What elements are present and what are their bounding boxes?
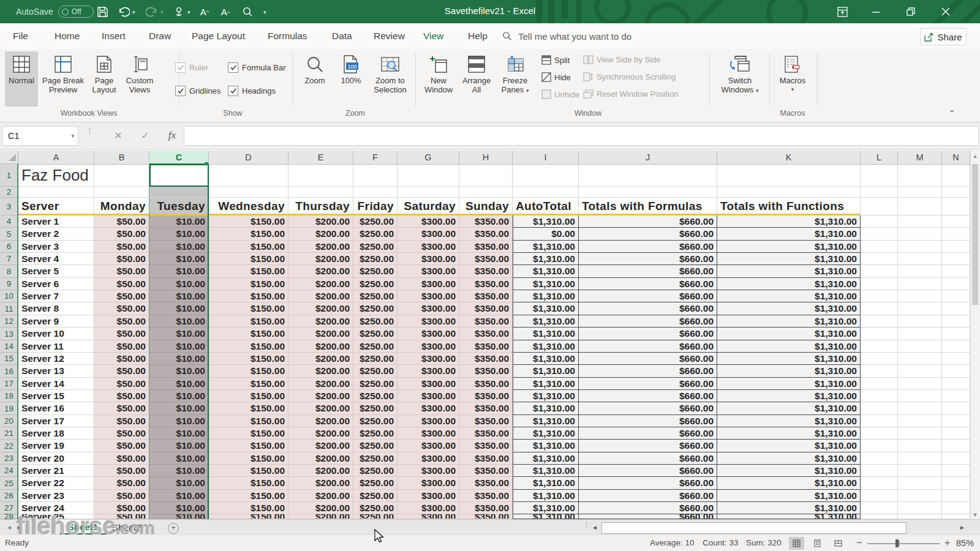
tab-file[interactable]: File — [11, 23, 30, 49]
cell[interactable]: $50.00 — [94, 477, 149, 490]
cell[interactable] — [898, 465, 942, 477]
cell[interactable] — [861, 365, 898, 378]
tell-me-box[interactable]: Tell me what you want to do — [502, 30, 631, 42]
cell[interactable]: $150.00 — [209, 353, 288, 365]
cell[interactable]: $1,310.00 — [717, 402, 861, 415]
cell[interactable]: $10.00 — [149, 241, 209, 253]
cell[interactable]: $300.00 — [398, 440, 459, 452]
cell[interactable]: $660.00 — [579, 302, 717, 315]
cell[interactable] — [942, 265, 970, 278]
cell[interactable]: $50.00 — [94, 290, 149, 302]
ribbon-display-options-icon[interactable] — [828, 0, 856, 23]
cell[interactable]: $10.00 — [149, 265, 209, 278]
cell[interactable] — [898, 340, 942, 353]
cell[interactable] — [898, 265, 942, 278]
cell[interactable] — [942, 315, 970, 328]
cell[interactable]: $250.00 — [353, 390, 398, 402]
formula-input[interactable] — [184, 126, 979, 146]
cell[interactable] — [861, 477, 898, 490]
cell[interactable]: Server 11 — [18, 340, 94, 353]
cell[interactable]: $1,310.00 — [717, 502, 861, 514]
cell[interactable]: $1,310.00 — [513, 278, 579, 290]
cell[interactable]: $10.00 — [149, 415, 209, 427]
cell[interactable]: $10.00 — [149, 216, 209, 228]
cell[interactable]: $660.00 — [579, 427, 717, 440]
row-header-2[interactable]: 2 — [0, 187, 18, 198]
cell[interactable]: $50.00 — [94, 353, 149, 365]
cell[interactable]: Server 3 — [18, 241, 94, 253]
cell[interactable] — [942, 216, 970, 228]
page-layout-button[interactable]: PageLayout — [88, 51, 120, 107]
gridlines-checkbox[interactable]: Gridlines — [175, 86, 221, 96]
cell[interactable]: $660.00 — [579, 216, 717, 228]
cell[interactable] — [942, 427, 970, 440]
cell[interactable]: $660.00 — [579, 378, 717, 390]
cell[interactable] — [579, 164, 717, 187]
cell[interactable]: $1,310.00 — [513, 465, 579, 477]
cell[interactable]: $1,310.00 — [717, 216, 861, 228]
cell[interactable]: $660.00 — [579, 465, 717, 477]
cell[interactable] — [861, 290, 898, 302]
cell[interactable] — [398, 164, 459, 187]
cell[interactable]: $350.00 — [459, 440, 513, 452]
column-header-M[interactable]: M — [898, 151, 942, 165]
cell[interactable]: Server 7 — [18, 290, 94, 302]
zoom-percentage[interactable]: 85% — [956, 538, 974, 548]
cell[interactable]: $150.00 — [209, 302, 288, 315]
cell[interactable]: $300.00 — [398, 228, 459, 241]
cell[interactable]: $250.00 — [353, 465, 398, 477]
row-header-15[interactable]: 15 — [0, 353, 18, 365]
cell[interactable] — [459, 187, 513, 198]
row-header-16[interactable]: 16 — [0, 365, 18, 378]
cell[interactable] — [459, 164, 513, 187]
cell[interactable] — [942, 390, 970, 402]
cell[interactable] — [942, 187, 970, 198]
page-break-statusbutton[interactable] — [831, 537, 846, 550]
cell[interactable]: $1,310.00 — [513, 477, 579, 490]
view-side-by-side-button[interactable]: View Side by Side — [583, 55, 661, 64]
cell[interactable]: $250.00 — [353, 290, 398, 302]
cell[interactable]: $300.00 — [398, 353, 459, 365]
cell[interactable]: $1,310.00 — [717, 378, 861, 390]
row-header-6[interactable]: 6 — [0, 241, 18, 253]
cell[interactable] — [898, 187, 942, 198]
cell[interactable]: Server 2 — [18, 228, 94, 241]
cell[interactable]: $250.00 — [353, 216, 398, 228]
cell[interactable]: $200.00 — [288, 378, 353, 390]
cell[interactable]: $10.00 — [149, 390, 209, 402]
cell[interactable]: $300.00 — [398, 253, 459, 265]
cell[interactable] — [861, 187, 898, 198]
row-header-3[interactable]: 3 — [0, 198, 18, 216]
cell[interactable]: $10.00 — [149, 315, 209, 328]
cell[interactable]: AutoTotal — [513, 198, 579, 216]
cell[interactable]: $1,310.00 — [717, 315, 861, 328]
cell[interactable]: Totals with Formulas — [579, 198, 717, 216]
active-cell-C1[interactable] — [149, 164, 209, 187]
cell[interactable]: $50.00 — [94, 490, 149, 502]
cell[interactable]: $50.00 — [94, 340, 149, 353]
cell[interactable]: $200.00 — [288, 440, 353, 452]
cell[interactable]: $150.00 — [209, 490, 288, 502]
cell[interactable]: $1,310.00 — [513, 302, 579, 315]
cell[interactable] — [942, 452, 970, 465]
cell[interactable]: $350.00 — [459, 328, 513, 340]
row-header-13[interactable]: 13 — [0, 328, 18, 340]
cell[interactable]: $1,310.00 — [717, 390, 861, 402]
cell[interactable]: Server 20 — [18, 452, 94, 465]
cell[interactable]: Server 10 — [18, 328, 94, 340]
cell[interactable] — [942, 253, 970, 265]
cell[interactable]: $350.00 — [459, 427, 513, 440]
cell[interactable]: $300.00 — [398, 452, 459, 465]
cell[interactable] — [861, 340, 898, 353]
cell[interactable] — [861, 198, 898, 216]
cell[interactable]: $660.00 — [579, 315, 717, 328]
unhide-button[interactable]: Unhide — [541, 89, 579, 99]
cell[interactable]: Server 23 — [18, 490, 94, 502]
cell[interactable]: $50.00 — [94, 440, 149, 452]
cell[interactable]: $200.00 — [288, 241, 353, 253]
row-header-10[interactable]: 10 — [0, 290, 18, 302]
cell[interactable]: $10.00 — [149, 340, 209, 353]
scroll-down-icon[interactable]: ▼ — [971, 512, 979, 518]
cell[interactable]: $10.00 — [149, 378, 209, 390]
cell[interactable]: Server 12 — [18, 353, 94, 365]
